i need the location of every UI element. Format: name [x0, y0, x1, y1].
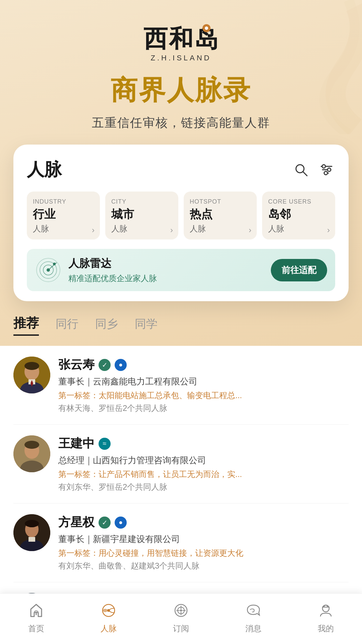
svg-rect-28	[28, 537, 35, 542]
bottom-navigation: 首页 人脉	[0, 593, 362, 644]
person-role: 总经理｜山西知行力管理咨询有限公司	[58, 454, 349, 466]
radar-icon	[35, 257, 62, 283]
tab-colleague[interactable]: 同行	[56, 316, 78, 334]
card-title: 人脉	[27, 158, 62, 181]
avatar	[13, 435, 50, 472]
logo-char-2: 和	[169, 27, 193, 51]
nav-message[interactable]: 消息	[233, 600, 274, 634]
svg-point-41	[180, 609, 182, 611]
svg-point-26	[25, 520, 39, 527]
list-item[interactable]: 王建中 ≈ 总经理｜山西知行力管理咨询有限公司 第一标签：让产品不销而售，让员工…	[13, 425, 349, 503]
category-grid: INDUSTRY 行业 人脉 › CITY 城市 人脉 › HOTSPOT 热点…	[27, 192, 335, 239]
svg-point-5	[322, 165, 325, 168]
header-section: 西 和 岛 Z.H.ISLAND 商界人脉录 五重信任审核，链接高能量人群	[0, 0, 362, 145]
profile-icon	[316, 600, 336, 621]
city-arrow: ›	[170, 225, 173, 235]
nav-network[interactable]: 人脉	[88, 600, 129, 634]
badge-premium: ●	[115, 359, 127, 371]
radar-cta-button[interactable]: 前往适配	[271, 259, 327, 281]
list-item[interactable]: 方星权 ✓ ● 董事长｜新疆宇星建设有限公司 第一标签：用心灵碰撞，用智慧链接，…	[13, 503, 349, 582]
nav-subscribe[interactable]: 订阅	[161, 600, 201, 634]
logo-subtitle-en: Z.H.ISLAND	[150, 54, 211, 62]
person-tag: 第一标签：让产品不销而售，让员工无为而治，实...	[58, 469, 349, 480]
nav-network-label: 人脉	[101, 623, 117, 634]
person-name-row: 张云寿 ✓ ●	[58, 357, 349, 373]
svg-line-1	[303, 172, 307, 176]
tabs-section: 推荐 同行 同乡 同学	[0, 301, 362, 336]
city-label-en: CITY	[111, 198, 172, 205]
person-info: 王建中 ≈ 总经理｜山西知行力管理咨询有限公司 第一标签：让产品不销而售，让员工…	[58, 435, 349, 492]
person-mutual: 有刘东华、曲敬鲁、赵建斌3个共同人脉	[58, 560, 349, 571]
person-mutual: 有刘东华、罗恒岳2个共同人脉	[58, 482, 349, 492]
tab-recommended[interactable]: 推荐	[13, 315, 39, 336]
svg-point-7	[324, 171, 327, 175]
person-name-row: 方星权 ✓ ●	[58, 514, 349, 531]
radar-title: 人脉雷达	[68, 256, 264, 271]
nav-home-label: 首页	[28, 623, 44, 634]
header-icons	[292, 161, 335, 178]
search-button[interactable]	[292, 161, 310, 178]
person-name: 方星权	[58, 514, 95, 531]
main-card: 人脉	[13, 145, 349, 301]
avatar	[13, 357, 50, 393]
city-label-zh: 城市	[111, 207, 172, 222]
nav-profile[interactable]: 我的	[306, 600, 346, 634]
person-tag: 第一标签：用心灵碰撞，用智慧链接，让资源更大化	[58, 548, 349, 558]
nav-message-label: 消息	[245, 623, 261, 634]
category-industry[interactable]: INDUSTRY 行业 人脉 ›	[27, 192, 100, 239]
radar-desc: 精准适配优质企业家人脉	[68, 273, 264, 284]
nav-profile-label: 我的	[318, 623, 334, 634]
logo-char-1: 西	[143, 27, 168, 51]
person-role: 董事长｜云南鑫能电力工程有限公司	[58, 376, 349, 387]
industry-label-en: INDUSTRY	[33, 198, 94, 205]
badge-verified: ✓	[99, 359, 111, 371]
category-city[interactable]: CITY 城市 人脉 ›	[105, 192, 178, 239]
svg-point-46	[322, 605, 329, 612]
card-header: 人脉	[27, 158, 335, 181]
avatar	[13, 514, 50, 551]
person-tag: 第一标签：太阳能电站施工总承包、输变电工程总...	[58, 390, 349, 401]
person-info: 张云寿 ✓ ● 董事长｜云南鑫能电力工程有限公司 第一标签：太阳能电站施工总承包…	[58, 357, 349, 414]
badge-ocean: ≈	[99, 438, 111, 450]
hotspot-label-en: HOTSPOT	[190, 198, 251, 205]
badge-verified: ✓	[99, 517, 111, 529]
svg-point-13	[53, 263, 56, 265]
main-title: 商界人脉录	[111, 72, 251, 109]
badge-premium: ●	[115, 517, 127, 529]
core-label-en: CORE USERS	[268, 198, 329, 205]
nav-subscribe-label: 订阅	[173, 623, 189, 634]
hotspot-arrow: ›	[249, 225, 251, 235]
message-icon	[243, 600, 263, 621]
city-sub: 人脉	[111, 223, 172, 234]
svg-point-16	[24, 362, 39, 370]
list-item[interactable]: 张云寿 ✓ ● 董事长｜云南鑫能电力工程有限公司 第一标签：太阳能电站施工总承包…	[13, 346, 349, 425]
svg-point-22	[24, 441, 39, 449]
logo-container: 西 和 岛 Z.H.ISLAND	[143, 27, 219, 62]
category-core-users[interactable]: CORE USERS 岛邻 人脉 ›	[262, 192, 335, 239]
radar-text: 人脉雷达 精准适配优质企业家人脉	[68, 256, 264, 284]
nav-home[interactable]: 首页	[16, 600, 56, 634]
svg-point-6	[327, 168, 331, 171]
network-icon	[99, 600, 119, 621]
industry-sub: 人脉	[33, 223, 94, 234]
person-name: 张云寿	[58, 357, 95, 373]
person-info: 方星权 ✓ ● 董事长｜新疆宇星建设有限公司 第一标签：用心灵碰撞，用智慧链接，…	[58, 514, 349, 571]
person-name-row: 王建中 ≈	[58, 435, 349, 452]
person-mutual: 有林天海、罗恒岳2个共同人脉	[58, 403, 349, 414]
industry-arrow: ›	[92, 225, 95, 235]
person-role: 董事长｜新疆宇星建设有限公司	[58, 533, 349, 545]
sub-title: 五重信任审核，链接高能量人群	[92, 115, 270, 131]
tab-alumni[interactable]: 同学	[135, 316, 158, 334]
core-sub: 人脉	[268, 223, 329, 234]
core-arrow: ›	[327, 225, 330, 235]
industry-label-zh: 行业	[33, 207, 94, 222]
subscribe-icon	[171, 600, 191, 621]
tabs-row: 推荐 同行 同乡 同学	[13, 315, 349, 336]
person-name: 王建中	[58, 435, 95, 452]
filter-button[interactable]	[318, 161, 335, 178]
tab-hometown[interactable]: 同乡	[95, 316, 118, 334]
category-hotspot[interactable]: HOTSPOT 热点 人脉 ›	[184, 192, 257, 239]
hotspot-sub: 人脉	[190, 223, 251, 234]
radar-banner: 人脉雷达 精准适配优质企业家人脉 前往适配	[27, 249, 335, 291]
core-label-zh: 岛邻	[268, 207, 329, 222]
